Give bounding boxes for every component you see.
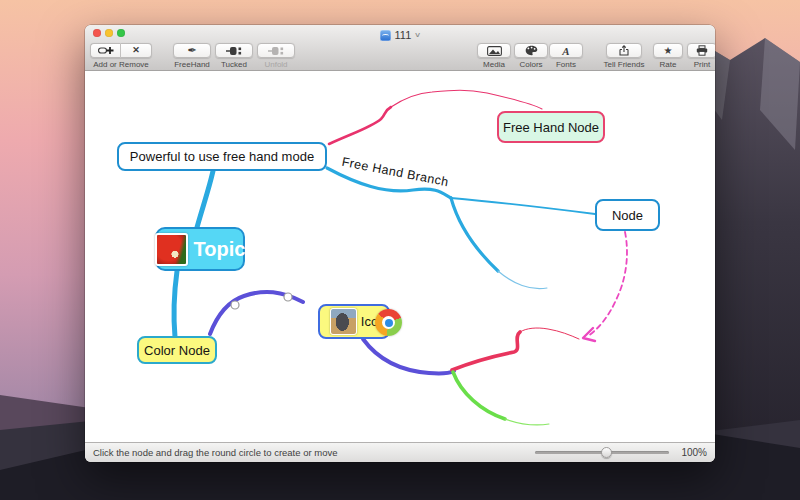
node-plain[interactable]: Node [595, 199, 660, 231]
branch-downward-tip [498, 271, 547, 289]
document-icon [380, 30, 391, 41]
red-branch-thick [452, 332, 520, 370]
node-topic[interactable]: Topic [155, 227, 245, 271]
tucked-label: Tucked [221, 60, 247, 69]
rate-control: ★ Rate [652, 43, 684, 69]
unfold-button[interactable] [257, 43, 295, 58]
dashed-link-curve [588, 232, 627, 336]
control-point[interactable] [284, 293, 292, 301]
zoom-slider-knob[interactable] [601, 447, 612, 458]
node-powerful-label: Powerful to use free hand mode [130, 149, 314, 164]
node-plain-label: Node [612, 208, 643, 223]
media-control: Media [477, 43, 511, 69]
branch-to-node [451, 198, 595, 214]
palette-icon [525, 45, 538, 56]
window-chrome: 111 ∨ ✕ Add or Remove [85, 25, 715, 71]
media-label: Media [483, 60, 505, 69]
parrot-image [155, 233, 188, 266]
print-control: Print [687, 43, 715, 69]
print-label: Print [694, 60, 710, 69]
node-ico[interactable]: Ico [318, 304, 390, 339]
zoom-percentage: 100% [681, 447, 707, 458]
printer-icon [696, 45, 708, 56]
freehand-button[interactable]: ✒ [173, 43, 211, 58]
media-button[interactable] [477, 43, 511, 58]
share-icon [619, 45, 629, 56]
titlebar[interactable]: 111 ∨ [85, 25, 715, 42]
control-point[interactable] [231, 301, 239, 309]
tucked-button[interactable] [215, 43, 253, 58]
tell-friends-label: Tell Friends [604, 60, 645, 69]
chevron-down-icon[interactable]: ∨ [414, 31, 421, 39]
status-hint: Click the node and drag the round circle… [93, 447, 338, 458]
chrome-icon[interactable] [375, 309, 402, 336]
toolbar: ✕ Add or Remove ✒ FreeHand [85, 42, 715, 70]
unfold-label: Unfold [264, 60, 287, 69]
main-branch-upper [196, 171, 213, 231]
red-branch-thin [520, 328, 579, 339]
zebra-image [330, 308, 357, 335]
tell-friends-control: Tell Friends [601, 43, 647, 69]
rate-button[interactable]: ★ [653, 43, 683, 58]
freehand-control: ✒ FreeHand [173, 43, 211, 69]
node-powerful[interactable]: Powerful to use free hand mode [117, 142, 327, 171]
minimize-button[interactable] [105, 29, 113, 37]
pill-plus-icon [98, 46, 114, 55]
fonts-button[interactable]: A [549, 43, 583, 58]
freehand-curve-thin [391, 90, 542, 109]
traffic-lights [93, 29, 125, 37]
main-branch-lower [174, 271, 177, 337]
green-branch-thin [505, 419, 549, 425]
remove-node-button[interactable]: ✕ [121, 43, 152, 58]
letter-a-icon: A [562, 45, 569, 57]
add-or-remove-label: Add or Remove [93, 60, 149, 69]
freehand-curve-thick [329, 107, 391, 144]
node-free-hand-label: Free Hand Node [503, 120, 599, 135]
purple-branch-right [363, 339, 454, 374]
document-proxy[interactable]: 111 ∨ [380, 26, 421, 41]
zoom-slider[interactable] [535, 447, 669, 458]
status-bar: Click the node and drag the round circle… [85, 442, 715, 462]
branch-downward [451, 198, 498, 271]
dashed-link-arrowhead [583, 328, 595, 341]
node-color[interactable]: Color Node [137, 336, 217, 364]
fonts-control: A Fonts [549, 43, 583, 69]
window-title: 111 [395, 29, 412, 41]
star-icon: ★ [664, 46, 673, 56]
colors-button[interactable] [514, 43, 548, 58]
picture-icon [487, 46, 502, 56]
unfold-control: Unfold [257, 43, 295, 69]
green-branch-thick [453, 372, 505, 419]
colors-label: Colors [519, 60, 542, 69]
print-button[interactable] [687, 43, 715, 58]
remove-x-icon: ✕ [132, 46, 140, 55]
collapse-node-icon [226, 46, 242, 56]
app-window: 111 ∨ ✕ Add or Remove [85, 25, 715, 462]
node-color-label: Color Node [144, 343, 210, 358]
rate-label: Rate [660, 60, 677, 69]
mindmap-canvas[interactable]: Free Hand Branch Powerful to use free ha… [85, 71, 715, 442]
expand-node-icon [268, 46, 284, 56]
add-or-remove-control: ✕ Add or Remove [90, 43, 152, 69]
zoom-button[interactable] [117, 29, 125, 37]
node-topic-label: Topic [194, 238, 246, 261]
fonts-label: Fonts [556, 60, 576, 69]
tucked-control: Tucked [215, 43, 253, 69]
close-button[interactable] [93, 29, 101, 37]
tell-friends-button[interactable] [606, 43, 642, 58]
freehand-label: FreeHand [174, 60, 210, 69]
add-node-button[interactable] [90, 43, 121, 58]
pen-icon: ✒ [187, 45, 196, 56]
node-free-hand[interactable]: Free Hand Node [497, 111, 605, 143]
colors-control: Colors [514, 43, 548, 69]
